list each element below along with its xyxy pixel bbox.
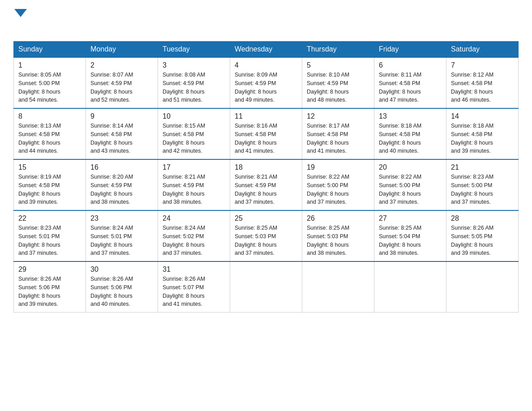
day-number: 8 [18, 112, 81, 120]
day-info: Sunrise: 8:18 AMSunset: 4:58 PMDaylight:… [379, 122, 442, 155]
day-number: 13 [379, 112, 442, 120]
logo-arrow-icon [14, 9, 27, 17]
week-row-2: 8Sunrise: 8:13 AMSunset: 4:58 PMDaylight… [14, 108, 519, 159]
calendar-cell [446, 261, 519, 313]
calendar-cell: 13Sunrise: 8:18 AMSunset: 4:58 PMDayligh… [374, 108, 446, 159]
day-number: 9 [90, 112, 153, 120]
weekday-header-row: SundayMondayTuesdayWednesdayThursdayFrid… [14, 42, 519, 58]
day-number: 20 [379, 163, 442, 171]
calendar-cell: 15Sunrise: 8:19 AMSunset: 4:58 PMDayligh… [14, 159, 86, 210]
calendar-cell: 19Sunrise: 8:22 AMSunset: 5:00 PMDayligh… [302, 159, 374, 210]
day-info: Sunrise: 8:25 AMSunset: 5:03 PMDaylight:… [235, 224, 297, 257]
calendar-cell: 25Sunrise: 8:25 AMSunset: 5:03 PMDayligh… [230, 210, 302, 261]
weekday-header-sunday: Sunday [14, 42, 86, 58]
calendar-cell: 2Sunrise: 8:07 AMSunset: 4:59 PMDaylight… [86, 57, 158, 108]
day-number: 31 [163, 265, 225, 274]
calendar-cell: 31Sunrise: 8:26 AMSunset: 5:07 PMDayligh… [158, 261, 230, 313]
calendar-cell: 28Sunrise: 8:26 AMSunset: 5:05 PMDayligh… [446, 210, 519, 261]
weekday-header-monday: Monday [86, 42, 158, 58]
day-number: 12 [307, 112, 369, 120]
day-info: Sunrise: 8:24 AMSunset: 5:02 PMDaylight:… [163, 224, 225, 257]
day-number: 19 [307, 163, 369, 171]
day-number: 25 [235, 214, 297, 223]
calendar-cell: 26Sunrise: 8:25 AMSunset: 5:03 PMDayligh… [302, 210, 374, 261]
calendar-cell: 22Sunrise: 8:23 AMSunset: 5:01 PMDayligh… [14, 210, 86, 261]
calendar-cell: 29Sunrise: 8:26 AMSunset: 5:06 PMDayligh… [14, 261, 86, 313]
day-number: 14 [451, 112, 514, 120]
day-info: Sunrise: 8:22 AMSunset: 5:00 PMDaylight:… [307, 173, 369, 206]
day-number: 22 [18, 214, 81, 223]
day-info: Sunrise: 8:07 AMSunset: 4:59 PMDaylight:… [90, 71, 153, 104]
day-info: Sunrise: 8:17 AMSunset: 4:58 PMDaylight:… [307, 122, 369, 155]
day-info: Sunrise: 8:26 AMSunset: 5:05 PMDaylight:… [451, 224, 514, 257]
week-row-4: 22Sunrise: 8:23 AMSunset: 5:01 PMDayligh… [14, 210, 519, 261]
week-row-1: 1Sunrise: 8:05 AMSunset: 5:00 PMDaylight… [14, 57, 519, 108]
calendar-cell: 3Sunrise: 8:08 AMSunset: 4:59 PMDaylight… [158, 57, 230, 108]
calendar-cell: 9Sunrise: 8:14 AMSunset: 4:58 PMDaylight… [86, 108, 158, 159]
day-number: 10 [163, 112, 225, 120]
day-info: Sunrise: 8:08 AMSunset: 4:59 PMDaylight:… [163, 71, 225, 104]
day-info: Sunrise: 8:05 AMSunset: 5:00 PMDaylight:… [18, 71, 81, 104]
day-number: 2 [90, 61, 153, 69]
calendar-cell: 23Sunrise: 8:24 AMSunset: 5:01 PMDayligh… [86, 210, 158, 261]
week-row-3: 15Sunrise: 8:19 AMSunset: 4:58 PMDayligh… [14, 159, 519, 210]
calendar-cell: 6Sunrise: 8:11 AMSunset: 4:58 PMDaylight… [374, 57, 446, 108]
day-info: Sunrise: 8:22 AMSunset: 5:00 PMDaylight:… [379, 173, 442, 206]
calendar-cell [374, 261, 446, 313]
day-info: Sunrise: 8:20 AMSunset: 4:59 PMDaylight:… [90, 173, 153, 206]
calendar-cell [230, 261, 302, 313]
day-number: 28 [451, 214, 514, 223]
calendar-cell: 10Sunrise: 8:15 AMSunset: 4:58 PMDayligh… [158, 108, 230, 159]
weekday-header-friday: Friday [374, 42, 446, 58]
day-number: 16 [90, 163, 153, 171]
day-info: Sunrise: 8:12 AMSunset: 4:58 PMDaylight:… [451, 71, 514, 104]
day-info: Sunrise: 8:14 AMSunset: 4:58 PMDaylight:… [90, 122, 153, 155]
day-info: Sunrise: 8:10 AMSunset: 4:59 PMDaylight:… [307, 71, 369, 104]
weekday-header-saturday: Saturday [446, 42, 519, 58]
day-number: 5 [307, 61, 369, 69]
calendar-cell: 17Sunrise: 8:21 AMSunset: 4:59 PMDayligh… [158, 159, 230, 210]
day-info: Sunrise: 8:23 AMSunset: 5:01 PMDaylight:… [18, 224, 81, 257]
calendar-cell: 20Sunrise: 8:22 AMSunset: 5:00 PMDayligh… [374, 159, 446, 210]
day-info: Sunrise: 8:16 AMSunset: 4:58 PMDaylight:… [235, 122, 297, 155]
day-info: Sunrise: 8:26 AMSunset: 5:06 PMDaylight:… [90, 275, 153, 308]
day-info: Sunrise: 8:21 AMSunset: 4:59 PMDaylight:… [235, 173, 297, 206]
calendar-cell: 12Sunrise: 8:17 AMSunset: 4:58 PMDayligh… [302, 108, 374, 159]
calendar-cell: 11Sunrise: 8:16 AMSunset: 4:58 PMDayligh… [230, 108, 302, 159]
day-info: Sunrise: 8:26 AMSunset: 5:07 PMDaylight:… [163, 275, 225, 308]
calendar-cell: 30Sunrise: 8:26 AMSunset: 5:06 PMDayligh… [86, 261, 158, 313]
calendar-cell: 24Sunrise: 8:24 AMSunset: 5:02 PMDayligh… [158, 210, 230, 261]
day-number: 3 [163, 61, 225, 69]
calendar-table: SundayMondayTuesdayWednesdayThursdayFrid… [13, 41, 519, 313]
day-number: 15 [18, 163, 81, 171]
calendar-cell: 16Sunrise: 8:20 AMSunset: 4:59 PMDayligh… [86, 159, 158, 210]
day-info: Sunrise: 8:13 AMSunset: 4:58 PMDaylight:… [18, 122, 81, 155]
day-number: 17 [163, 163, 225, 171]
day-number: 29 [18, 265, 81, 274]
day-number: 27 [379, 214, 442, 223]
calendar-cell: 4Sunrise: 8:09 AMSunset: 4:59 PMDaylight… [230, 57, 302, 108]
day-info: Sunrise: 8:11 AMSunset: 4:58 PMDaylight:… [379, 71, 442, 104]
page-header [13, 9, 519, 33]
day-info: Sunrise: 8:18 AMSunset: 4:58 PMDaylight:… [451, 122, 514, 155]
day-info: Sunrise: 8:09 AMSunset: 4:59 PMDaylight:… [235, 71, 297, 104]
day-info: Sunrise: 8:25 AMSunset: 5:03 PMDaylight:… [307, 224, 369, 257]
day-info: Sunrise: 8:26 AMSunset: 5:06 PMDaylight:… [18, 275, 81, 308]
day-number: 6 [379, 61, 442, 69]
logo [13, 9, 27, 33]
day-info: Sunrise: 8:23 AMSunset: 5:00 PMDaylight:… [451, 173, 514, 206]
day-number: 7 [451, 61, 514, 69]
calendar-cell: 27Sunrise: 8:25 AMSunset: 5:04 PMDayligh… [374, 210, 446, 261]
calendar-cell: 18Sunrise: 8:21 AMSunset: 4:59 PMDayligh… [230, 159, 302, 210]
day-info: Sunrise: 8:25 AMSunset: 5:04 PMDaylight:… [379, 224, 442, 257]
weekday-header-wednesday: Wednesday [230, 42, 302, 58]
calendar-cell [302, 261, 374, 313]
weekday-header-tuesday: Tuesday [158, 42, 230, 58]
calendar-cell: 5Sunrise: 8:10 AMSunset: 4:59 PMDaylight… [302, 57, 374, 108]
day-number: 30 [90, 265, 153, 274]
weekday-header-thursday: Thursday [302, 42, 374, 58]
calendar-cell: 8Sunrise: 8:13 AMSunset: 4:58 PMDaylight… [14, 108, 86, 159]
day-info: Sunrise: 8:21 AMSunset: 4:59 PMDaylight:… [163, 173, 225, 206]
calendar-cell: 21Sunrise: 8:23 AMSunset: 5:00 PMDayligh… [446, 159, 519, 210]
day-number: 4 [235, 61, 297, 69]
